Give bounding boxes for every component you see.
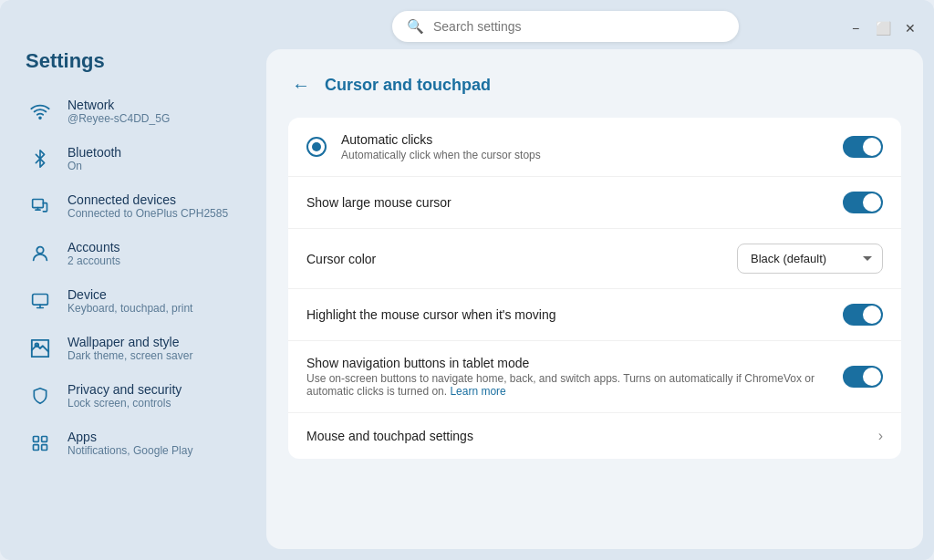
cursor-color-text: Cursor color [306, 252, 722, 266]
sidebar-item-wallpaper[interactable]: Wallpaper and style Dark theme, screen s… [11, 325, 257, 372]
main-area: Settings Network @Reyee-sC4DD_5G [0, 49, 934, 560]
svg-point-4 [36, 247, 43, 254]
titlebar: 🔍 − ⬜ ✕ [0, 0, 934, 49]
svg-rect-12 [42, 445, 47, 451]
setting-row-highlight-cursor: Highlight the mouse cursor when it's mov… [288, 289, 901, 341]
sidebar-connected-label: Connected devices [67, 192, 228, 207]
large-cursor-text: Show large mouse cursor [306, 195, 828, 210]
wallpaper-icon [26, 334, 55, 363]
sidebar-item-privacy[interactable]: Privacy and security Lock screen, contro… [11, 372, 257, 420]
mouse-touchpad-label: Mouse and touchpad settings [306, 429, 864, 443]
sidebar-apps-text: Apps Notifications, Google Play [67, 430, 192, 457]
sidebar-apps-label: Apps [67, 430, 192, 444]
automatic-clicks-label: Automatic clicks [341, 132, 828, 147]
sidebar-item-accounts[interactable]: Accounts 2 accounts [11, 230, 257, 277]
sidebar: Settings Network @Reyee-sC4DD_5G [11, 49, 257, 549]
settings-card: Automatic clicks Automatically click whe… [288, 118, 901, 459]
sidebar-item-network[interactable]: Network @Reyee-sC4DD_5G [11, 88, 257, 135]
highlight-cursor-text: Highlight the mouse cursor when it's mov… [306, 307, 828, 322]
back-button[interactable]: ← [288, 71, 314, 99]
bluetooth-icon [26, 144, 55, 173]
sidebar-network-sublabel: @Reyee-sC4DD_5G [67, 112, 170, 125]
sidebar-device-label: Device [67, 287, 192, 302]
search-box: 🔍 [392, 11, 739, 42]
sidebar-accounts-label: Accounts [67, 240, 120, 254]
search-icon: 🔍 [407, 18, 424, 35]
mouse-touchpad-text: Mouse and touchpad settings [306, 429, 864, 443]
sidebar-privacy-text: Privacy and security Lock screen, contro… [67, 382, 182, 410]
sidebar-wallpaper-label: Wallpaper and style [67, 335, 192, 349]
sidebar-item-apps[interactable]: Apps Notifications, Google Play [11, 420, 257, 467]
minimize-button[interactable]: − [843, 16, 868, 41]
sidebar-device-sublabel: Keyboard, touchpad, print [67, 302, 192, 315]
setting-row-mouse-touchpad[interactable]: Mouse and touchpad settings › [288, 413, 901, 459]
privacy-icon [26, 381, 55, 410]
svg-rect-5 [33, 295, 48, 306]
titlebar-right: − ⬜ ✕ [843, 16, 923, 41]
sidebar-apps-sublabel: Notifications, Google Play [67, 444, 192, 457]
sidebar-item-bluetooth[interactable]: Bluetooth On [11, 135, 257, 182]
svg-point-0 [39, 117, 41, 119]
svg-rect-1 [33, 200, 44, 208]
nav-buttons-label: Show navigation buttons in tablet mode [306, 356, 828, 370]
nav-buttons-toggle[interactable] [843, 366, 883, 388]
sidebar-connected-sublabel: Connected to OnePlus CPH2585 [67, 207, 228, 220]
wifi-icon [26, 97, 55, 126]
sidebar-device-text: Device Keyboard, touchpad, print [67, 287, 192, 315]
sidebar-privacy-label: Privacy and security [67, 382, 182, 397]
svg-rect-10 [42, 437, 47, 442]
content-title: Cursor and touchpad [325, 76, 491, 95]
large-cursor-label: Show large mouse cursor [306, 195, 828, 210]
automatic-clicks-text: Automatic clicks Automatically click whe… [341, 132, 828, 161]
setting-row-cursor-color: Cursor color Black (default) White Custo… [288, 229, 901, 289]
sidebar-privacy-sublabel: Lock screen, controls [67, 397, 182, 410]
sidebar-accounts-text: Accounts 2 accounts [67, 240, 120, 267]
sidebar-bluetooth-text: Bluetooth On [67, 145, 121, 172]
sidebar-title: Settings [11, 49, 257, 88]
device-icon [26, 286, 55, 316]
large-cursor-toggle[interactable] [843, 192, 883, 213]
sidebar-wallpaper-text: Wallpaper and style Dark theme, screen s… [67, 335, 192, 362]
cursor-color-label: Cursor color [306, 252, 722, 266]
automatic-clicks-radio-icon [306, 137, 327, 157]
maximize-button[interactable]: ⬜ [870, 16, 896, 41]
svg-rect-9 [34, 437, 39, 442]
sidebar-bluetooth-sublabel: On [67, 160, 121, 172]
content-panel: ← Cursor and touchpad Automatic clicks A… [266, 49, 923, 549]
settings-window: 🔍 − ⬜ ✕ Settings [0, 0, 934, 560]
sidebar-connected-text: Connected devices Connected to OnePlus C… [67, 192, 228, 220]
close-button[interactable]: ✕ [898, 16, 923, 41]
sidebar-bluetooth-label: Bluetooth [67, 145, 121, 160]
nav-buttons-learn-more-link[interactable]: Learn more [450, 385, 505, 398]
setting-row-nav-buttons: Show navigation buttons in tablet mode U… [288, 341, 901, 413]
automatic-clicks-sublabel: Automatically click when the cursor stop… [341, 149, 828, 161]
accounts-icon [26, 239, 55, 268]
apps-icon [26, 429, 55, 458]
highlight-cursor-toggle[interactable] [843, 304, 883, 326]
setting-row-large-cursor: Show large mouse cursor [288, 177, 901, 229]
svg-rect-11 [34, 445, 39, 451]
automatic-clicks-toggle[interactable] [843, 136, 883, 158]
chevron-right-icon: › [878, 428, 883, 444]
setting-row-automatic-clicks: Automatic clicks Automatically click whe… [288, 118, 901, 177]
highlight-cursor-label: Highlight the mouse cursor when it's mov… [306, 307, 828, 322]
devices-icon [26, 192, 55, 221]
sidebar-wallpaper-sublabel: Dark theme, screen saver [67, 349, 192, 362]
sidebar-accounts-sublabel: 2 accounts [67, 254, 120, 267]
sidebar-item-connected-devices[interactable]: Connected devices Connected to OnePlus C… [11, 182, 257, 230]
cursor-color-dropdown[interactable]: Black (default) White Custom [737, 244, 883, 274]
sidebar-network-label: Network [67, 98, 170, 112]
nav-buttons-text: Show navigation buttons in tablet mode U… [306, 356, 828, 398]
sidebar-item-device[interactable]: Device Keyboard, touchpad, print [11, 277, 257, 325]
sidebar-network-text: Network @Reyee-sC4DD_5G [67, 98, 170, 125]
search-input[interactable] [433, 19, 724, 34]
nav-buttons-sublabel: Use on-screen buttons to navigate home, … [306, 372, 828, 398]
content-header: ← Cursor and touchpad [288, 71, 901, 99]
